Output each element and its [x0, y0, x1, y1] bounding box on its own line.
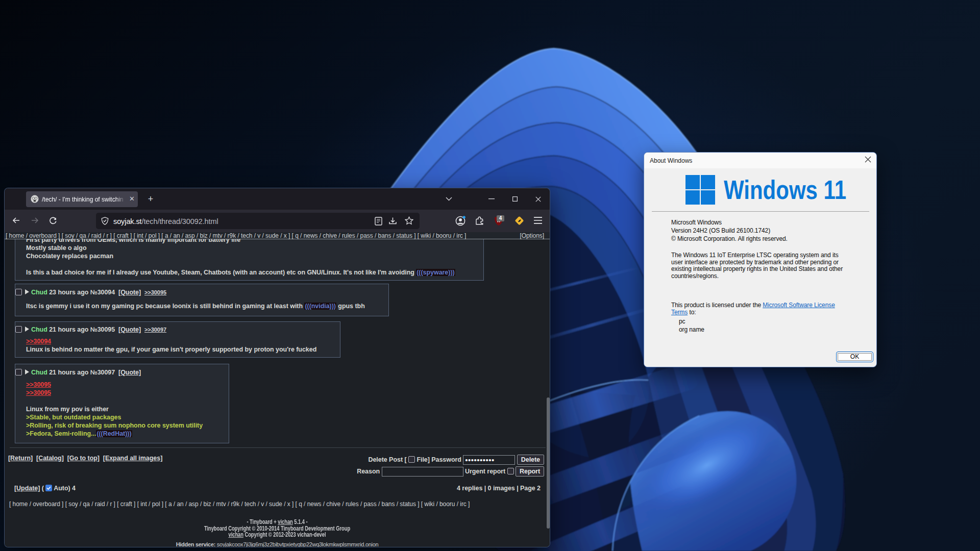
svg-text:Windows 11: Windows 11	[724, 175, 846, 205]
